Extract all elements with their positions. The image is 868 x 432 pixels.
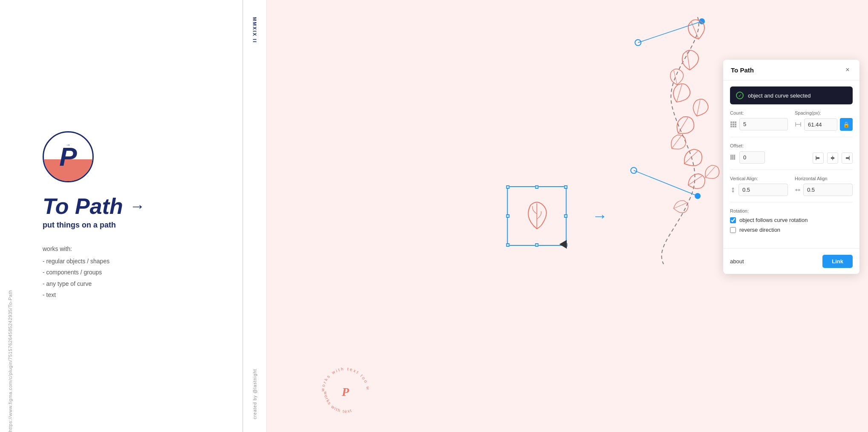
bars-icon (730, 154, 737, 161)
works-with-item-2: - components / groups (43, 267, 109, 278)
corner-tl (506, 185, 509, 189)
offset-label: Offset: (730, 143, 853, 148)
plugin-panel: To Path × ✓ object and curve selected Co… (723, 60, 859, 274)
main-container: https://www.figma.com/c/plugin/751576264… (0, 0, 868, 432)
svg-point-3 (699, 18, 705, 24)
link-button[interactable]: Link (822, 255, 853, 268)
subtitle: put things on a path (43, 221, 116, 230)
svg-marker-43 (732, 187, 734, 189)
close-button[interactable]: × (843, 66, 852, 74)
align-center-button[interactable] (827, 153, 838, 164)
vertical-align-field: Vertical Align: (730, 176, 788, 196)
corner-bm (535, 243, 538, 247)
strip-top-text: MMXIX II (252, 17, 257, 43)
url-sidebar: https://www.figma.com/c/plugin/751576264… (8, 0, 13, 432)
url-text: https://www.figma.com/c/plugin/751576264… (8, 290, 13, 432)
horizontal-align-input[interactable] (803, 184, 853, 196)
about-link[interactable]: about (730, 258, 744, 265)
svg-line-9 (677, 84, 682, 102)
rotation-section: Rotation: object follows curve rotation … (730, 208, 853, 233)
panel-header: To Path × (723, 60, 859, 81)
svg-rect-28 (733, 126, 734, 127)
left-panel: https://www.figma.com/c/plugin/751576264… (0, 0, 243, 432)
logo-arrow-icon: → (66, 142, 71, 148)
grid-icon (730, 121, 737, 128)
status-text: object and curve selected (748, 92, 811, 99)
divider-3 (730, 202, 853, 202)
logo-circle: → P (43, 131, 94, 182)
status-bar: ✓ object and curve selected (730, 86, 853, 104)
horizontal-align-field: Horizontal Align (795, 176, 853, 196)
svg-rect-21 (730, 121, 732, 123)
svg-rect-23 (735, 121, 736, 123)
main-title: To Path (43, 195, 123, 217)
spacing-label: Spacing(px): (795, 110, 853, 115)
svg-rect-39 (831, 157, 834, 159)
reverse-direction-label: reverse direction (739, 227, 780, 233)
svg-rect-41 (846, 157, 849, 159)
cursor-icon (559, 240, 570, 251)
corner-mr (564, 214, 567, 218)
vert-horiz-align-row: Vertical Align: Horizontal Align (730, 176, 853, 196)
offset-input[interactable] (739, 151, 765, 164)
status-check-icon: ✓ (736, 92, 744, 99)
svg-rect-24 (730, 124, 732, 125)
offset-row: Offset: (730, 143, 853, 164)
svg-marker-44 (732, 191, 734, 193)
svg-line-13 (697, 100, 700, 116)
count-label: Count: (730, 110, 788, 115)
svg-rect-29 (735, 126, 736, 127)
illustration-area: → (507, 186, 607, 246)
vertical-align-icon (730, 187, 736, 193)
align-right-button[interactable] (842, 153, 853, 164)
svg-rect-34 (732, 155, 733, 160)
corner-tm (535, 185, 538, 189)
align-icons-row (813, 153, 853, 164)
lock-button[interactable]: 🔒 (840, 118, 853, 131)
count-field-group: Count: (730, 110, 788, 131)
spacing-input[interactable] (804, 118, 837, 131)
horizontal-align-icon (795, 187, 801, 193)
svg-line-16 (674, 202, 687, 210)
vertical-align-input[interactable] (739, 184, 788, 196)
reverse-direction-checkbox[interactable] (730, 227, 736, 233)
leaf-icon (520, 197, 554, 235)
count-spacing-row: Count: (730, 110, 853, 131)
follows-curve-row: object follows curve rotation (730, 217, 853, 223)
count-input[interactable] (739, 118, 788, 130)
svg-rect-25 (733, 124, 734, 125)
works-with-item-4: - text (43, 289, 109, 301)
works-with-item-3: - any type of curve (43, 278, 109, 290)
canvas-area: → (267, 0, 868, 432)
offset-input-row (730, 151, 765, 164)
bottom-stamp: works with text too whaat P works with t… (318, 364, 373, 419)
svg-point-6 (695, 193, 701, 199)
spacing-icon (795, 121, 802, 128)
works-with-section: works with: - regular objects / shapes -… (43, 243, 109, 301)
divider-2 (730, 170, 853, 170)
svg-rect-35 (734, 155, 735, 160)
svg-line-4 (634, 170, 698, 196)
svg-line-17 (706, 165, 716, 178)
svg-rect-33 (730, 155, 732, 160)
horizontal-align-label: Horizontal Align (795, 176, 853, 181)
count-input-row (730, 118, 788, 130)
reverse-direction-row: reverse direction (730, 227, 853, 233)
works-with-item-1: - regular objects / shapes (43, 256, 109, 267)
svg-line-14 (672, 135, 681, 150)
svg-marker-46 (795, 189, 797, 191)
panel-body: Count: (723, 110, 859, 245)
follows-curve-checkbox[interactable] (730, 217, 736, 223)
align-left-button[interactable] (813, 153, 824, 164)
corner-ml (506, 214, 509, 218)
panel-title: To Path (731, 66, 754, 74)
vertical-align-label: Vertical Align: (730, 176, 788, 181)
title-arrow-icon: → (130, 197, 145, 215)
corner-tr (564, 185, 567, 189)
panel-footer: about Link (723, 248, 859, 274)
divider-strip: MMXIX II created by @lastnight (243, 0, 267, 432)
svg-marker-47 (799, 189, 800, 191)
svg-rect-37 (816, 157, 819, 159)
svg-line-11 (684, 150, 698, 165)
svg-rect-22 (733, 121, 734, 123)
